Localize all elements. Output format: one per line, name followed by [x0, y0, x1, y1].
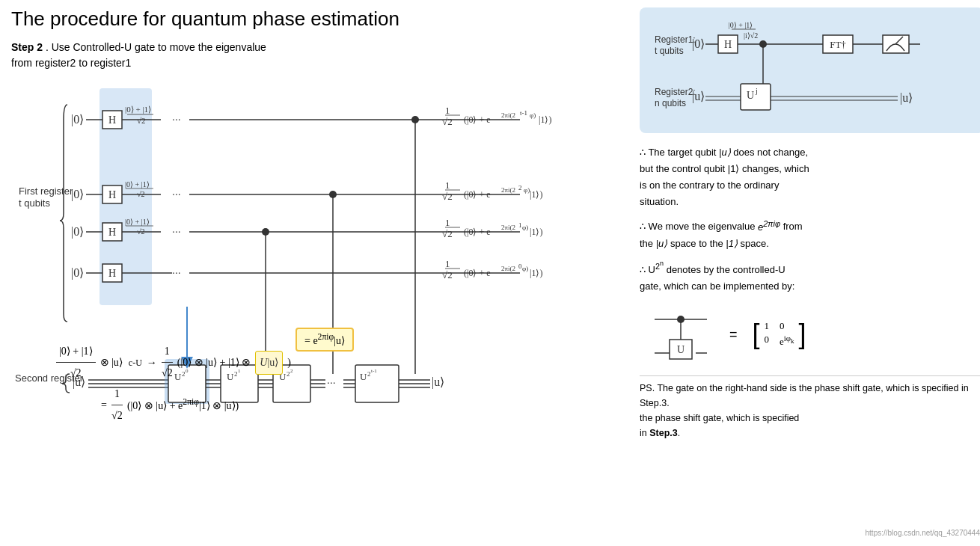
svg-text:2πi(2: 2πi(2	[501, 186, 515, 194]
bottom-formula: |0⟩ + |1⟩ √2 ⊗ |u⟩ c-U → 1 √2 (|0⟩ ⊗ |u⟩…	[56, 341, 291, 426]
svg-text:1: 1	[445, 180, 450, 191]
svg-text:√2: √2	[442, 269, 453, 280]
register-diagram-box: Register1: t qubits |0⟩ H |0⟩ + |1⟩ |i⟩√…	[640, 7, 980, 133]
svg-text:√2: √2	[442, 191, 453, 202]
right-bracket: ]	[799, 321, 806, 348]
matrix-area: U = [ 1 0 0 eiφk ]	[647, 301, 980, 368]
page-title: The procedure for quantum phase estimati…	[11, 7, 625, 31]
right-panel: Register1: t qubits |0⟩ H |0⟩ + |1⟩ |i⟩√…	[625, 7, 980, 539]
svg-text:|0⟩: |0⟩	[692, 37, 705, 51]
svg-text:|0⟩ + |1⟩: |0⟩ + |1⟩	[125, 180, 150, 188]
svg-text:|i⟩√2: |i⟩√2	[744, 31, 758, 40]
matrix-display: [ 1 0 0 eiφk ]	[753, 317, 806, 351]
svg-text:√2: √2	[442, 116, 453, 127]
svg-text:1: 1	[445, 105, 450, 116]
svg-text:(|0⟩ + e: (|0⟩ + e	[464, 114, 491, 125]
svg-text:|0⟩: |0⟩	[71, 266, 84, 280]
therefore-2: ∴ We move the eigenvalue	[640, 221, 758, 233]
svg-text:H: H	[108, 114, 116, 126]
svg-text:φ): φ)	[522, 224, 528, 231]
cu-circuit-svg: U	[647, 301, 714, 368]
svg-text:···: ···	[172, 225, 181, 237]
svg-text:···: ···	[172, 113, 181, 125]
svg-text:H: H	[108, 227, 116, 238]
svg-text:|1⟩): |1⟩)	[530, 189, 542, 200]
svg-text:Register2:: Register2:	[655, 87, 696, 97]
svg-text:φ): φ)	[530, 111, 536, 119]
step-description: Step 2 . Use Controlled-U gate to move t…	[11, 40, 625, 71]
therefore-1: ∴ The target qubit	[640, 147, 719, 158]
svg-text:φ): φ)	[524, 186, 530, 194]
left-bracket: [	[753, 321, 760, 348]
svg-text:φ): φ)	[522, 265, 528, 272]
svg-text:|u⟩: |u⟩	[900, 91, 913, 105]
svg-text:U: U	[677, 344, 685, 355]
svg-text:|1⟩): |1⟩)	[530, 268, 542, 278]
svg-text:√2: √2	[442, 228, 453, 239]
step-text-body: . Use Controlled-U gate to move the eige…	[11, 41, 266, 69]
svg-text:H: H	[108, 268, 116, 279]
register-diagram-svg: Register1: t qubits |0⟩ H |0⟩ + |1⟩ |i⟩√…	[651, 16, 973, 121]
svg-text:|u⟩: |u⟩	[432, 375, 444, 389]
svg-text:···: ···	[172, 266, 181, 278]
svg-text:Register1:: Register1:	[655, 34, 696, 45]
step-number: Step 2	[11, 41, 43, 53]
svg-text:U: U	[360, 371, 367, 382]
svg-text:t qubits: t qubits	[19, 197, 50, 209]
svg-text:2: 2	[518, 184, 522, 191]
svg-text:(|0⟩ + e: (|0⟩ + e	[464, 189, 491, 200]
svg-text:U: U	[747, 90, 754, 101]
circuit-diagram: First register t qubits |0⟩ H |0⟩ + |1⟩ …	[11, 82, 625, 441]
svg-text:j: j	[755, 87, 758, 95]
svg-text:|0⟩ + |1⟩: |0⟩ + |1⟩	[125, 218, 150, 226]
svg-text:t qubits: t qubits	[655, 46, 684, 56]
svg-text:|u⟩: |u⟩	[692, 90, 705, 103]
matrix-cells: 1 0 0 eiφk	[760, 317, 799, 351]
svg-text:···: ···	[327, 376, 336, 388]
svg-text:√2: √2	[137, 190, 145, 198]
svg-text:···: ···	[172, 188, 181, 200]
svg-text:|0⟩: |0⟩	[71, 188, 84, 201]
svg-text:|0⟩ + |1⟩: |0⟩ + |1⟩	[729, 21, 753, 29]
svg-text:|1⟩): |1⟩)	[530, 227, 542, 237]
explanation-3: ∴ U2n denotes by the controlled-U gate, …	[640, 258, 980, 295]
svg-text:|0⟩ + |1⟩: |0⟩ + |1⟩	[125, 105, 151, 114]
therefore-3: ∴ U2n denotes by the controlled-U gate, …	[640, 264, 794, 292]
svg-text:|0⟩: |0⟩	[71, 113, 84, 126]
explanation-1: ∴ The target qubit |u⟩ does not change, …	[640, 144, 980, 210]
svg-text:H: H	[724, 39, 732, 50]
svg-text:(|0⟩ + e: (|0⟩ + e	[464, 268, 491, 278]
svg-text:√2: √2	[137, 227, 145, 236]
svg-text:2: 2	[367, 370, 371, 378]
svg-text:H: H	[108, 189, 116, 200]
explanation-2: ∴ We move the eigenvalue e2πiφ from the …	[640, 216, 980, 252]
svg-text:1: 1	[518, 221, 522, 229]
watermark: https://blog.csdn.net/qq_43270444	[866, 529, 980, 537]
svg-text:1: 1	[445, 217, 450, 228]
left-panel: The procedure for quantum phase estimati…	[11, 7, 625, 539]
svg-text:t-1: t-1	[371, 368, 377, 374]
ps-text: PS. The gate on the right-hand side is t…	[640, 383, 969, 408]
svg-text:√2: √2	[137, 116, 146, 125]
svg-text:FT†: FT†	[830, 39, 846, 50]
step3-ref: Step.3	[649, 428, 678, 438]
svg-text:2πi(2: 2πi(2	[501, 265, 515, 272]
ps-text-block: PS. The gate on the right-hand side is t…	[640, 375, 980, 441]
svg-text:t-1: t-1	[520, 109, 527, 117]
svg-text:n qubits: n qubits	[655, 98, 686, 108]
svg-text:|1⟩): |1⟩)	[539, 114, 551, 125]
svg-text:1: 1	[445, 258, 450, 269]
svg-text:2πi(2: 2πi(2	[501, 111, 515, 119]
yellow-equation-box: = e2πiφ|u⟩	[295, 328, 354, 352]
svg-text:(|0⟩ + e: (|0⟩ + e	[464, 227, 491, 237]
svg-text:|0⟩: |0⟩	[71, 225, 84, 239]
equals-sign: =	[729, 327, 738, 343]
first-register-label: First register	[19, 185, 73, 197]
svg-text:2πi(2: 2πi(2	[501, 224, 515, 231]
